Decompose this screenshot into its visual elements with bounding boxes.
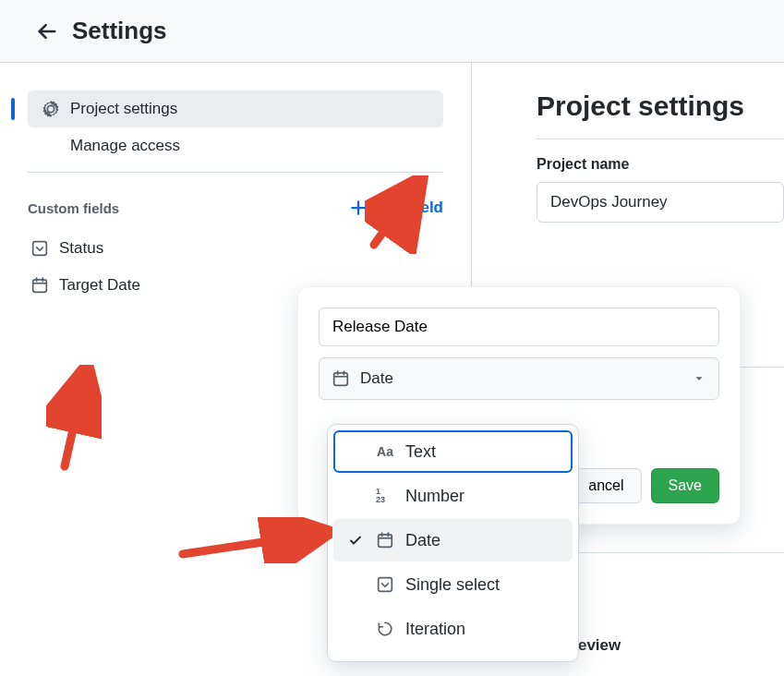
back-arrow-icon[interactable] (37, 21, 57, 42)
custom-fields-label: Custom fields (28, 200, 119, 216)
sidebar: Project settings Manage access Custom fi… (0, 63, 471, 304)
single-select-icon (31, 240, 48, 257)
new-field-popover: Date ancel Save (297, 286, 741, 304)
plus-icon (350, 199, 367, 216)
project-name-label: Project name (537, 156, 784, 173)
page-header: Settings (0, 0, 784, 63)
custom-field-label: Target Date (59, 276, 140, 295)
custom-field-label: Status (59, 239, 103, 258)
gear-icon (42, 101, 59, 117)
sidebar-item-label: Manage access (70, 137, 180, 155)
page-title: Settings (72, 17, 167, 45)
sidebar-item-project-settings[interactable]: Project settings (28, 91, 443, 127)
new-field-label: New field (374, 199, 443, 217)
main-title: Project settings (537, 91, 784, 122)
divider (537, 139, 784, 139)
project-name-input[interactable] (537, 182, 784, 223)
sidebar-item-manage-access[interactable]: Manage access (28, 127, 443, 164)
new-field-button[interactable]: New field (350, 199, 443, 217)
custom-field-status[interactable]: Status (28, 230, 443, 267)
main-panel: Project settings Project name (471, 63, 784, 304)
calendar-icon (31, 277, 48, 294)
sidebar-item-label: Project settings (70, 100, 177, 118)
